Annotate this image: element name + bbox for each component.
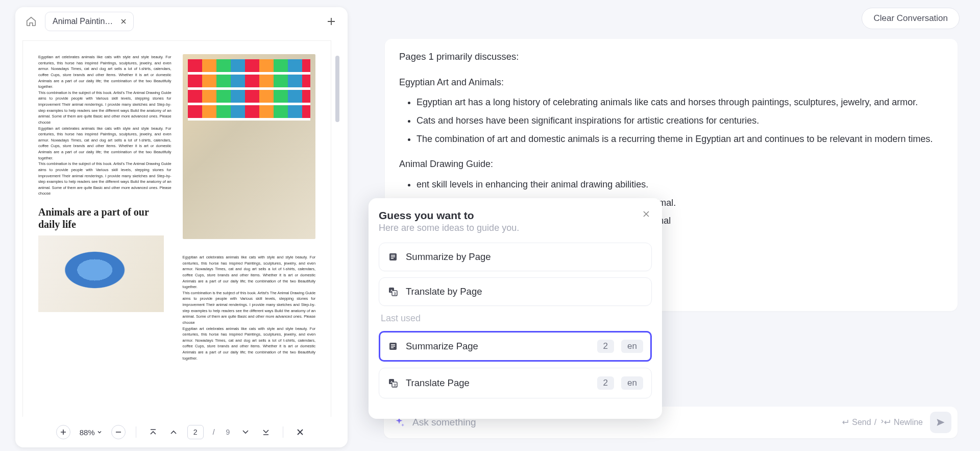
svg-rect-3: [391, 258, 394, 259]
pdf-viewer-panel: Animal Paintin… Egyptian art celebrates …: [15, 7, 348, 447]
clear-conversation-button[interactable]: Clear Conversation: [862, 8, 960, 29]
page-text-left: Egyptian art celebrates animals like cat…: [38, 54, 172, 197]
suggestion-label: Translate Page: [406, 377, 470, 389]
suggestion-translate-by-page[interactable]: A文 Translate by Page: [379, 277, 652, 306]
article-heading: Animals are a part of our daily life: [38, 206, 172, 230]
page-number-input[interactable]: [187, 425, 204, 439]
svg-text:A: A: [390, 289, 393, 292]
language-badge: en: [621, 340, 643, 353]
translate-icon: A文: [387, 377, 399, 389]
total-pages: 9: [226, 428, 230, 436]
shift-enter-icon: [879, 419, 891, 426]
pdf-page[interactable]: Egyptian art celebrates animals like cat…: [22, 40, 331, 417]
close-viewer-button[interactable]: [293, 425, 307, 439]
next-page-button[interactable]: [239, 425, 252, 439]
message-intro: Pages 1 primarily discusses:: [399, 49, 943, 65]
watercolor-palette-image: [183, 54, 316, 239]
suggestion-summarize-page[interactable]: Summarize Page 2 en: [379, 331, 652, 362]
home-icon: [26, 16, 37, 27]
chevron-bar-up-icon: [149, 428, 158, 437]
chat-header: Clear Conversation: [368, 7, 966, 30]
pdf-toolbar: 88% / 9: [15, 417, 348, 447]
zoom-value: 88%: [80, 428, 95, 437]
send-button[interactable]: [930, 412, 951, 433]
zoom-out-button[interactable]: [111, 425, 126, 439]
enter-key-icon: [841, 419, 849, 426]
page-separator: /: [213, 428, 215, 436]
svg-rect-1: [391, 255, 395, 256]
document-list-icon: [387, 251, 399, 263]
bullet-item: The combination of art and domestic anim…: [416, 132, 943, 147]
last-page-button[interactable]: [259, 425, 273, 439]
pdf-header: Animal Paintin…: [15, 7, 348, 35]
close-icon: [643, 210, 650, 218]
input-hints: Send / Newline: [841, 418, 923, 427]
suggestion-summarize-by-page[interactable]: Summarize by Page: [379, 243, 652, 271]
page-badge: 2: [597, 376, 614, 390]
svg-rect-11: [391, 347, 394, 348]
pdf-body: Egyptian art celebrates animals like cat…: [15, 35, 348, 417]
plus-icon: [60, 429, 67, 436]
send-icon: [936, 417, 946, 428]
popover-title: Guess you want to: [379, 209, 652, 222]
suggestion-popover: Guess you want to Here are some ideas to…: [369, 198, 662, 419]
document-tab[interactable]: Animal Paintin…: [45, 12, 134, 31]
bullet-item: ent skill levels in enhancing their anim…: [416, 177, 943, 193]
chevron-down-icon: [241, 428, 250, 436]
toolbar-separator: [283, 426, 283, 438]
suggestion-translate-page[interactable]: A文 Translate Page 2 en: [379, 368, 652, 398]
svg-text:文: 文: [393, 292, 397, 295]
butterfly-illustration: [38, 235, 164, 312]
language-badge: en: [621, 376, 643, 390]
suggestion-label: Summarize by Page: [406, 251, 491, 263]
section-title: Egyptian Art and Animals:: [399, 75, 943, 90]
page-text-right: Egyptian art celebrates animals like cat…: [183, 254, 316, 361]
zoom-in-button[interactable]: [56, 425, 70, 439]
home-button[interactable]: [22, 13, 40, 30]
bullet-item: Cats and horses have been significant in…: [416, 113, 943, 129]
popover-close-button[interactable]: [640, 207, 653, 221]
add-tab-button[interactable]: [322, 12, 340, 31]
tab-title: Animal Paintin…: [53, 17, 113, 26]
toolbar-separator: [136, 426, 136, 438]
bullet-item: Egyptian art has a long history of celeb…: [416, 95, 943, 110]
svg-rect-9: [391, 344, 395, 345]
first-page-button[interactable]: [146, 425, 160, 439]
popover-subtitle: Here are some ideas to guide you.: [379, 223, 652, 233]
page-scrollbar[interactable]: [335, 40, 340, 417]
svg-text:A: A: [390, 381, 393, 384]
close-icon: [296, 428, 304, 436]
tab-close-button[interactable]: [118, 16, 129, 27]
svg-rect-10: [391, 346, 395, 347]
hint-divider: /: [874, 418, 876, 427]
plus-icon: [326, 16, 336, 27]
scrollbar-thumb[interactable]: [335, 56, 339, 122]
zoom-level-dropdown[interactable]: 88%: [80, 428, 102, 437]
last-used-label: Last used: [381, 313, 650, 324]
hint-send: Send: [852, 418, 871, 427]
section-title: Animal Drawing Guide:: [399, 157, 943, 172]
suggestion-label: Summarize Page: [406, 341, 478, 352]
minus-icon: [115, 429, 122, 436]
chevron-bar-down-icon: [261, 428, 271, 437]
close-icon: [120, 18, 127, 25]
page-badge: 2: [597, 340, 614, 353]
translate-icon: A文: [387, 286, 399, 297]
svg-rect-2: [391, 256, 395, 257]
hint-newline: Newline: [894, 418, 923, 427]
prev-page-button[interactable]: [167, 425, 180, 439]
chevron-up-icon: [169, 428, 178, 436]
bullet-list: Egyptian art has a long history of celeb…: [399, 95, 943, 147]
chevron-down-icon: [97, 430, 102, 435]
suggestion-label: Translate by Page: [406, 286, 482, 297]
document-list-icon: [387, 341, 399, 352]
svg-text:文: 文: [393, 383, 397, 387]
